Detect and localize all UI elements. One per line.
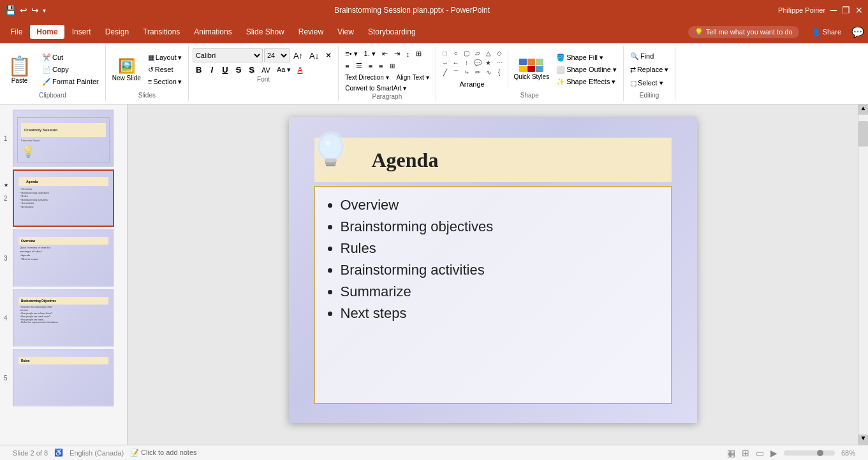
shape-callout[interactable]: 💬	[473, 59, 483, 68]
redo-icon[interactable]: ↪	[31, 5, 39, 15]
restore-icon[interactable]: ❐	[842, 5, 850, 15]
menu-view[interactable]: View	[331, 25, 360, 39]
replace-button[interactable]: ⇄ Replace ▾	[628, 64, 671, 75]
view-reading-button[interactable]: ▭	[756, 448, 764, 458]
new-slide-button[interactable]: 🖼️ New Slide	[110, 57, 143, 83]
menu-design[interactable]: Design	[99, 25, 135, 39]
shape-arrow-left[interactable]: ←	[451, 59, 461, 68]
menu-file[interactable]: File	[4, 25, 29, 39]
zoom-slider[interactable]	[784, 450, 835, 456]
comment-icon[interactable]: 💬	[851, 26, 864, 38]
align-center-button[interactable]: ☰	[353, 61, 365, 71]
menu-transitions[interactable]: Transitions	[136, 25, 186, 39]
change-case-button[interactable]: Aa ▾	[274, 64, 294, 75]
increase-font-button[interactable]: A↑	[291, 50, 305, 62]
increase-indent-button[interactable]: ⇥	[392, 48, 402, 59]
share-label: Share	[823, 28, 841, 36]
format-painter-button[interactable]: 🖌️ Format Painter	[40, 76, 101, 87]
shape-diamond[interactable]: ◇	[494, 50, 504, 59]
slide-thumbnail-5[interactable]: Rules	[13, 349, 114, 406]
char-spacing-button[interactable]: AV	[259, 65, 273, 75]
scroll-thumb[interactable]	[858, 121, 868, 147]
share-button[interactable]: 👤 Share	[807, 26, 846, 38]
font-family-select[interactable]: Calibri	[193, 48, 263, 62]
minimize-icon[interactable]: ─	[830, 5, 837, 15]
align-left-button[interactable]: ≡	[342, 61, 351, 71]
line-spacing-button[interactable]: ↕	[404, 49, 413, 59]
select-button[interactable]: ⬚ Select ▾	[628, 78, 671, 89]
shape-connector[interactable]: ⤷	[462, 69, 472, 78]
tell-me-box[interactable]: 💡 Tell me what you want to do	[688, 26, 799, 38]
clipboard-label: Clipboard	[4, 92, 101, 100]
slide-canvas[interactable]: Agenda Overview Brainstorming objectives…	[289, 117, 697, 423]
view-normal-button[interactable]: ▦	[727, 448, 735, 458]
align-text-button[interactable]: Align Text ▾	[394, 73, 432, 82]
font-color-button[interactable]: A	[295, 64, 305, 76]
shape-star[interactable]: ★	[483, 59, 494, 68]
layout-button[interactable]: ▦ Layout ▾	[145, 52, 184, 63]
bullets-button[interactable]: ≡• ▾	[342, 48, 360, 59]
font-size-select[interactable]: 24	[264, 48, 290, 62]
slide-thumbnail-1[interactable]: Creativity Session Presenter Name 💡	[13, 110, 114, 167]
numbering-button[interactable]: 1. ▾	[362, 48, 378, 59]
shape-triangle[interactable]: △	[483, 50, 494, 59]
shape-more[interactable]: ⋯	[494, 59, 504, 68]
paragraph-expand-button[interactable]: ⊞	[387, 61, 397, 71]
save-icon[interactable]: 💾	[5, 5, 16, 15]
notes-add-button[interactable]: 📝 Click to add notes	[130, 449, 197, 457]
italic-button[interactable]: I	[206, 64, 217, 76]
shape-curve[interactable]: ⌒	[451, 69, 461, 78]
shape-line[interactable]: ╱	[440, 69, 450, 78]
slide-thumbnail-4[interactable]: Brainstorming Objectives • Describe the …	[13, 289, 114, 347]
shadow-button[interactable]: S	[246, 64, 258, 76]
slide-thumbnail-2[interactable]: Agenda • Overview• Brainstorming objecti…	[13, 169, 114, 227]
convert-smartart-button[interactable]: Convert to SmartArt ▾	[342, 83, 409, 93]
shape-rounded-rect[interactable]: ▢	[462, 50, 472, 59]
vertical-scrollbar[interactable]: ▲ ▼	[858, 104, 868, 445]
align-right-button[interactable]: ≡	[366, 61, 375, 71]
find-button[interactable]: 🔍 Find	[628, 51, 671, 62]
shape-effects-button[interactable]: ✨ Shape Effects ▾	[554, 76, 619, 87]
menu-animations[interactable]: Animations	[188, 25, 238, 39]
shape-freeform[interactable]: ✏	[473, 69, 483, 78]
scroll-down-button[interactable]: ▼	[858, 435, 868, 445]
slide-thumbnail-3[interactable]: Overview Quick overview of what thismeet…	[13, 229, 114, 287]
close-icon[interactable]: ✕	[855, 5, 863, 15]
underline-button[interactable]: U	[219, 64, 231, 76]
decrease-font-button[interactable]: A↓	[307, 50, 321, 62]
columns-button[interactable]: ⊞	[413, 48, 424, 59]
shape-parallelogram[interactable]: ▱	[473, 50, 483, 59]
menu-storyboarding[interactable]: Storyboarding	[362, 25, 422, 39]
shape-arrow-up[interactable]: ↑	[462, 59, 472, 68]
menu-insert[interactable]: Insert	[66, 25, 98, 39]
menu-slideshow[interactable]: Slide Show	[240, 25, 291, 39]
shape-arrow-right[interactable]: →	[440, 59, 450, 68]
bold-button[interactable]: B	[193, 64, 205, 76]
agenda-body[interactable]: Overview Brainstorming objectives Rules …	[314, 186, 672, 404]
shape-brace[interactable]: {	[494, 69, 504, 78]
reset-button[interactable]: ↺ Reset	[145, 64, 184, 75]
menu-home[interactable]: Home	[30, 25, 64, 39]
quick-styles-button[interactable]: Quick Styles	[511, 57, 552, 82]
shape-outline-button[interactable]: ⬜ Shape Outline ▾	[554, 64, 619, 75]
section-button[interactable]: ≡ Section ▾	[145, 76, 184, 87]
shape-circle[interactable]: ○	[451, 50, 461, 59]
justify-button[interactable]: ≡	[376, 61, 385, 71]
zoom-level[interactable]: 68%	[841, 449, 855, 457]
paste-button[interactable]: 📋 Paste	[4, 54, 35, 85]
clear-format-button[interactable]: ✕	[323, 50, 334, 61]
shape-rect[interactable]: □	[440, 50, 450, 59]
arrange-button[interactable]: Arrange	[457, 79, 487, 89]
cut-button[interactable]: ✂️ Cut	[40, 52, 101, 63]
shape-fill-button[interactable]: 🪣 Shape Fill ▾	[554, 52, 619, 63]
menu-review[interactable]: Review	[292, 25, 330, 39]
undo-icon[interactable]: ↩	[20, 5, 27, 15]
view-slidesorter-button[interactable]: ⊞	[742, 448, 749, 458]
text-direction-button[interactable]: Text Direction ▾	[342, 73, 391, 82]
strikethrough-button[interactable]: S	[233, 64, 245, 76]
copy-button[interactable]: 📄 Copy	[40, 64, 101, 75]
scroll-up-button[interactable]: ▲	[858, 104, 868, 115]
shape-wave[interactable]: ∿	[483, 69, 494, 78]
decrease-indent-button[interactable]: ⇤	[379, 48, 390, 59]
view-slideshow-button[interactable]: ▶	[770, 448, 777, 458]
